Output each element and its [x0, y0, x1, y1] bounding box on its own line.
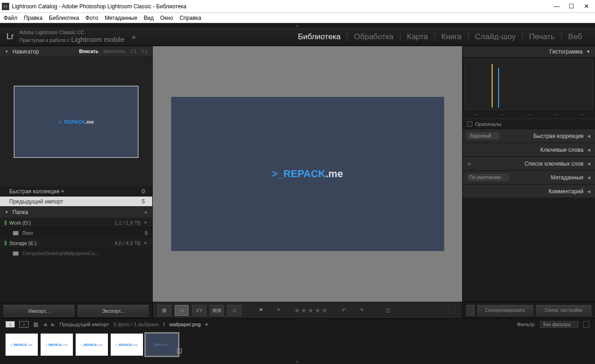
people-view-button[interactable]: ☺ [227, 305, 241, 316]
rotate-left-button[interactable]: ↶ [337, 305, 351, 316]
crop-overlay-button[interactable]: ◫ [381, 305, 395, 316]
nav-forward-icon[interactable]: ▶ [51, 322, 55, 328]
source-location[interactable]: Предыдущий импорт [60, 322, 109, 327]
sync-settings-button[interactable]: Синхр. настройки [536, 305, 592, 316]
folders-header[interactable]: ▼ Папка + [0, 207, 152, 218]
navigator-title: Навигатор [12, 48, 79, 55]
sync-button[interactable]: Синхронизировать [477, 305, 533, 316]
window-title: Lightroom Catalog - Adobe Photoshop Ligh… [12, 3, 553, 10]
chevron-left-icon: ◀ [587, 161, 590, 166]
left-panel: ▼ Навигатор Вписать Заполнить 1:1 3:1 >_… [0, 46, 153, 318]
filmstrip[interactable]: ›_REPACK.me ›_REPACK.me ›_REPACK.me ›_RE… [0, 330, 595, 359]
loupe-view-button[interactable]: ▭ [175, 305, 189, 316]
menu-help[interactable]: Справка [179, 15, 201, 21]
nav-3to1[interactable]: 3:1 [141, 49, 148, 54]
comments-header[interactable]: Комментарий ◀ [463, 185, 595, 198]
play-icon[interactable]: ▶ [132, 34, 137, 40]
chevron-down-icon: ▼ [586, 49, 590, 54]
drive-work-d[interactable]: Work (D:) 1,1 / 1,8 ТБ ▼ [0, 218, 152, 228]
nav-1to1[interactable]: 1:1 [130, 49, 137, 54]
chevron-left-icon: ◀ [587, 148, 590, 152]
flag-reject-button[interactable]: ⚑ [272, 305, 286, 316]
nav-fill[interactable]: Заполнить [103, 49, 125, 54]
chevron-down-icon: ▼ [143, 221, 148, 225]
loupe-view[interactable]: >_REPACK.me [153, 46, 462, 302]
folder-wallpapers[interactable]: ComputerDesktopWallpapersCo... [0, 248, 152, 258]
catalog-quick-collection[interactable]: Быстрая коллекция + 0 [0, 186, 152, 197]
bottom-panel-toggle[interactable]: ▼ [0, 359, 595, 364]
nav-fit[interactable]: Вписать [79, 49, 98, 54]
menu-file[interactable]: Файл [4, 15, 18, 21]
sync-toggle[interactable] [466, 305, 475, 316]
thumbnail-selected[interactable]: ›_REPACK.me↯ [146, 334, 178, 356]
menu-metadata[interactable]: Метаданные [105, 15, 137, 21]
survey-view-button[interactable]: ▦▦ [210, 305, 224, 316]
module-book[interactable]: Книга [435, 32, 469, 42]
current-filename[interactable]: wallpaper.png [169, 322, 201, 327]
module-web[interactable]: Веб [562, 32, 589, 42]
module-develop[interactable]: Обработка [347, 32, 400, 42]
module-slideshow[interactable]: Слайд-шоу [469, 32, 523, 42]
preset-select[interactable]: Заданный [467, 132, 499, 139]
filename-dropdown-icon[interactable]: ▾ [205, 322, 208, 328]
import-button[interactable]: Импорт... [4, 305, 74, 316]
module-library[interactable]: Библиотека [292, 32, 347, 42]
toolbar-grip-icon: ⋮⋮ [446, 307, 458, 314]
plus-icon[interactable]: + [467, 160, 471, 167]
top-panel-toggle[interactable]: ▲ [0, 23, 595, 28]
drive-status-icon [5, 241, 6, 245]
maximize-button[interactable]: ☐ [568, 3, 575, 10]
quick-develop-header[interactable]: Заданный Быстрая коррекция ◀ [463, 129, 595, 143]
chevron-down-icon: ▼ [143, 241, 148, 245]
thumbnail[interactable]: ›_REPACK.me [76, 334, 108, 356]
minimize-button[interactable]: — [553, 3, 560, 10]
main-image: >_REPACK.me [272, 168, 343, 180]
monitor-2-button[interactable]: 2 [19, 321, 29, 328]
compare-view-button[interactable]: XY [192, 305, 206, 316]
metadata-header[interactable]: По умолчанию Метаданные ◀ [463, 171, 595, 185]
module-print[interactable]: Печать [523, 32, 562, 42]
menu-edit[interactable]: Правка [24, 15, 43, 21]
rating-stars[interactable]: ★★★★★ [294, 306, 328, 315]
navigator-preview[interactable]: >_REPACK.me [0, 57, 152, 186]
subtitle-line2a: Приступая к работе с [19, 37, 71, 43]
menu-view[interactable]: Вид [144, 15, 154, 21]
catalog-previous-import[interactable]: Предыдущий импорт 5 [0, 197, 152, 207]
app-header: Lr Adobe Lightroom Classic CC Приступая … [0, 28, 595, 46]
keyword-list-header[interactable]: + Список ключевых слов ◀ [463, 157, 595, 171]
metadata-select[interactable]: По умолчанию [467, 174, 509, 181]
navigator-image: >_REPACK.me [58, 119, 94, 125]
histogram-ticks: ————— [463, 112, 595, 119]
subtitle-mobile[interactable]: Lightroom mobile [71, 36, 124, 43]
grid-view-button[interactable]: ▦ [157, 305, 171, 316]
add-folder-icon[interactable]: + [144, 209, 148, 216]
filter-select[interactable]: Без фильтра [540, 321, 578, 328]
navigator-header[interactable]: ▼ Навигатор Вписать Заполнить 1:1 3:1 [0, 46, 152, 57]
nav-back-icon[interactable]: ◀ [43, 322, 47, 328]
rotate-right-button[interactable]: ↷ [354, 305, 368, 316]
menubar: Файл Правка Библиотека Фото Метаданные В… [0, 13, 595, 23]
thumbnail[interactable]: ›_REPACK.me [6, 334, 38, 356]
thumbnail[interactable]: ›_REPACK.me [41, 334, 73, 356]
close-button[interactable]: ✕ [583, 3, 589, 10]
monitor-1-button[interactable]: 1 [6, 321, 15, 328]
module-map[interactable]: Карта [400, 32, 435, 42]
thumbnail[interactable]: ›_REPACK.me [111, 334, 143, 356]
histogram-header[interactable]: Гистограмма ▼ [463, 46, 595, 57]
histogram[interactable] [464, 59, 593, 110]
menu-photo[interactable]: Фото [85, 15, 98, 21]
checkbox-icon[interactable] [467, 121, 472, 126]
export-button[interactable]: Экспорт... [78, 305, 149, 316]
folder-logo[interactable]: Лого 5 [0, 228, 152, 238]
filter-lock-icon[interactable] [583, 321, 589, 328]
flag-pick-button[interactable]: ⚑ [254, 305, 268, 316]
drive-storage-e[interactable]: Storage (E:) 4,0 / 4,9 ТБ ▼ [0, 238, 152, 248]
filter-label: Фильтр: [517, 322, 536, 327]
originals-checkbox-row[interactable]: Оригиналы [463, 119, 595, 129]
grid-icon[interactable]: ▦ [33, 321, 38, 328]
thumb-badge-icon: ↯ [177, 349, 182, 353]
menu-library[interactable]: Библиотека [49, 15, 79, 21]
catalog-section: Быстрая коллекция + 0 Предыдущий импорт … [0, 186, 152, 207]
keywords-header[interactable]: Ключевые слова ◀ [463, 143, 595, 157]
menu-window[interactable]: Окно [160, 15, 173, 21]
